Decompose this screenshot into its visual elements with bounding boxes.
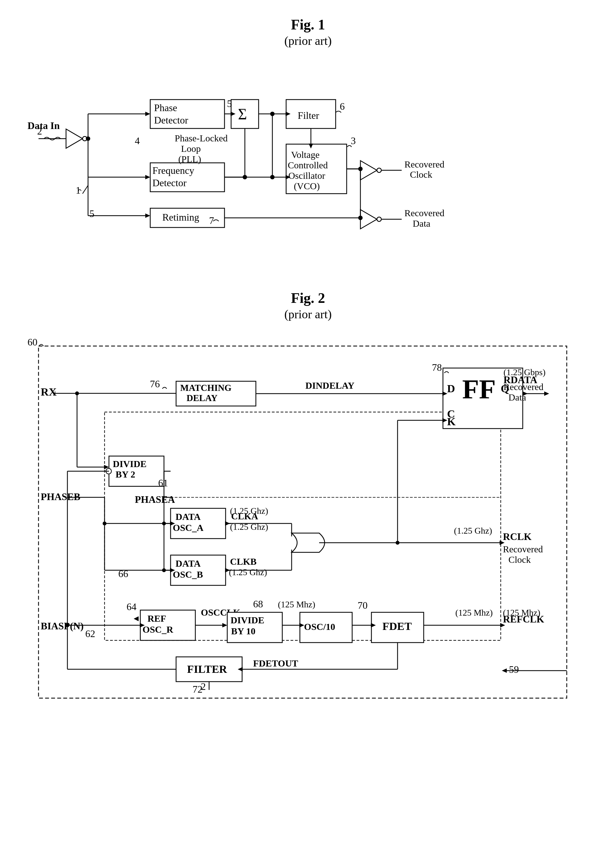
svg-text:DELAY: DELAY bbox=[187, 393, 218, 403]
svg-marker-60 bbox=[360, 161, 377, 180]
svg-text:RCLK: RCLK bbox=[503, 531, 531, 542]
svg-text:Controlled: Controlled bbox=[288, 160, 328, 170]
svg-text:5: 5 bbox=[227, 98, 232, 109]
svg-text:Filter: Filter bbox=[298, 110, 319, 121]
svg-point-55 bbox=[243, 175, 247, 179]
svg-text:4: 4 bbox=[135, 135, 140, 146]
svg-text:FF: FF bbox=[462, 374, 496, 404]
svg-marker-194 bbox=[544, 392, 549, 396]
svg-point-212 bbox=[162, 568, 166, 572]
svg-text:D: D bbox=[447, 382, 455, 395]
svg-text:FDETOUT: FDETOUT bbox=[253, 658, 298, 668]
svg-text:DIVIDE: DIVIDE bbox=[231, 615, 264, 625]
svg-text:6: 6 bbox=[340, 101, 345, 112]
svg-text:Detector: Detector bbox=[152, 178, 187, 188]
svg-text:Detector: Detector bbox=[154, 115, 188, 126]
svg-text:61: 61 bbox=[158, 478, 168, 489]
fig2-subtitle: (prior art) bbox=[22, 307, 594, 321]
svg-text:(1.25 Ghz): (1.25 Ghz) bbox=[230, 506, 268, 516]
svg-text:(125 Mhz): (125 Mhz) bbox=[503, 608, 540, 618]
svg-marker-14 bbox=[145, 214, 150, 218]
svg-text:PHASEB: PHASEB bbox=[41, 491, 80, 502]
svg-text:Clock: Clock bbox=[508, 554, 531, 565]
fig2-diagram: 60 RX 76 bbox=[22, 332, 594, 717]
fig2-svg: 60 RX 76 bbox=[22, 332, 600, 712]
svg-text:70: 70 bbox=[358, 600, 367, 611]
svg-text:Frequency: Frequency bbox=[152, 165, 194, 176]
svg-text:(125 Mhz): (125 Mhz) bbox=[278, 600, 315, 609]
svg-text:Recovered: Recovered bbox=[404, 208, 444, 218]
svg-text:60: 60 bbox=[27, 337, 37, 348]
svg-text:3: 3 bbox=[351, 135, 356, 146]
svg-marker-65 bbox=[360, 209, 377, 229]
svg-point-214 bbox=[65, 623, 69, 627]
svg-text:Voltage: Voltage bbox=[291, 150, 319, 160]
svg-text:Phase-Locked: Phase-Locked bbox=[175, 133, 228, 143]
svg-line-24 bbox=[82, 185, 88, 194]
svg-text:K: K bbox=[447, 415, 455, 428]
svg-text:Data: Data bbox=[413, 219, 430, 229]
svg-point-200 bbox=[396, 541, 399, 545]
svg-text:Phase: Phase bbox=[154, 102, 177, 113]
svg-text:2: 2 bbox=[201, 681, 206, 692]
svg-text:64: 64 bbox=[127, 601, 137, 612]
svg-text:5: 5 bbox=[90, 208, 94, 219]
svg-text:Loop: Loop bbox=[181, 144, 201, 154]
svg-text:BIASP(N): BIASP(N) bbox=[41, 621, 83, 631]
svg-marker-182 bbox=[502, 668, 507, 673]
svg-text:(1.25 Ghz): (1.25 Ghz) bbox=[454, 526, 492, 536]
svg-text:DINDELAY: DINDELAY bbox=[305, 380, 354, 391]
svg-marker-147 bbox=[222, 623, 227, 627]
svg-text:62: 62 bbox=[85, 628, 95, 639]
svg-text:OSC/10: OSC/10 bbox=[304, 622, 335, 632]
svg-point-74 bbox=[358, 216, 363, 220]
svg-text:(125 Mhz): (125 Mhz) bbox=[455, 608, 493, 618]
svg-marker-8 bbox=[145, 112, 150, 116]
svg-text:MATCHING: MATCHING bbox=[180, 383, 231, 393]
svg-text:BY 2: BY 2 bbox=[115, 469, 135, 480]
svg-text:1: 1 bbox=[76, 185, 80, 196]
svg-marker-11 bbox=[145, 175, 150, 179]
svg-text:76: 76 bbox=[150, 378, 160, 390]
svg-point-66 bbox=[377, 217, 381, 222]
svg-text:OSC_B: OSC_B bbox=[173, 569, 203, 580]
svg-text:BY 10: BY 10 bbox=[231, 626, 255, 636]
svg-text:59: 59 bbox=[509, 664, 519, 675]
svg-marker-1 bbox=[66, 129, 82, 148]
svg-text:Recovered: Recovered bbox=[503, 544, 543, 554]
svg-text:CLKB: CLKB bbox=[230, 557, 256, 567]
svg-point-73 bbox=[358, 167, 363, 171]
svg-point-49 bbox=[270, 112, 275, 116]
svg-text:OSC_R: OSC_R bbox=[143, 624, 173, 634]
svg-text:(1.25 Gbps): (1.25 Gbps) bbox=[504, 367, 546, 377]
svg-text:◄: ◄ bbox=[132, 614, 140, 623]
page: Fig. 1 (prior art) Data In 2 bbox=[0, 0, 616, 853]
svg-point-61 bbox=[377, 168, 381, 173]
fig2-title-area: Fig. 2 (prior art) bbox=[22, 290, 594, 321]
svg-text:RX: RX bbox=[41, 386, 57, 398]
svg-text:PHASEA: PHASEA bbox=[135, 494, 175, 505]
svg-text:DIVIDE: DIVIDE bbox=[113, 459, 147, 469]
svg-text:FILTER: FILTER bbox=[187, 663, 227, 675]
svg-text:Σ: Σ bbox=[238, 106, 247, 123]
svg-text:Clock: Clock bbox=[410, 170, 432, 180]
svg-text:FDET: FDET bbox=[382, 620, 412, 632]
svg-text:Recovered: Recovered bbox=[504, 382, 543, 392]
svg-text:Recovered: Recovered bbox=[404, 159, 444, 170]
fig1-title-area: Fig. 1 (prior art) bbox=[22, 17, 594, 48]
svg-text:Data In: Data In bbox=[27, 120, 60, 131]
svg-text:Retiming: Retiming bbox=[162, 212, 199, 223]
svg-text:2: 2 bbox=[37, 126, 42, 137]
fig1-title: Fig. 1 bbox=[22, 17, 594, 33]
svg-text:78: 78 bbox=[432, 362, 442, 373]
fig1-diagram: Data In 2 Phase Detecto bbox=[22, 59, 594, 263]
svg-text:(PLL): (PLL) bbox=[178, 154, 201, 164]
fig2-title: Fig. 2 bbox=[22, 290, 594, 306]
svg-text:OSC_A: OSC_A bbox=[173, 523, 203, 533]
svg-text:DATA: DATA bbox=[176, 559, 201, 569]
svg-text:(VCO): (VCO) bbox=[294, 181, 320, 191]
svg-point-87 bbox=[75, 392, 79, 395]
svg-text:68: 68 bbox=[253, 598, 263, 610]
fig1-svg: Data In 2 Phase Detecto bbox=[22, 59, 600, 257]
svg-text:Data: Data bbox=[508, 392, 526, 402]
